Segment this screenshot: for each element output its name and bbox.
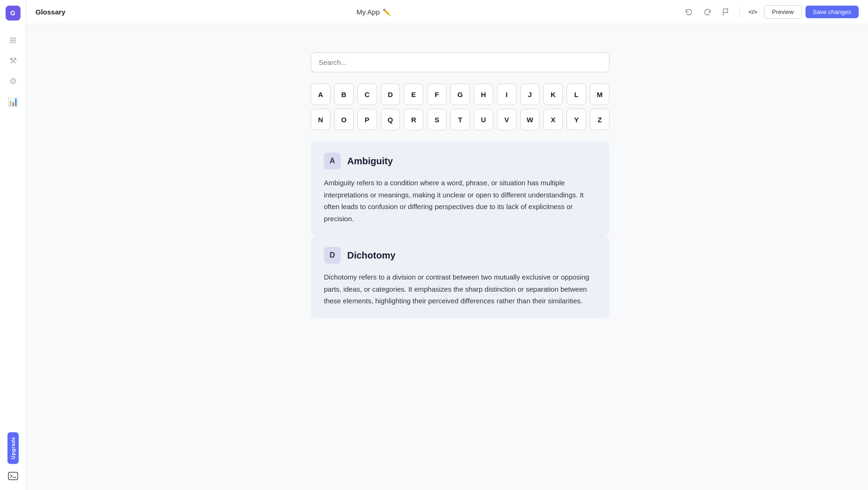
entry-header: D Dichotomy [324,247,596,264]
glossary-entries: A Ambiguity Ambiguity refers to a condit… [311,141,609,318]
alpha-btn-a[interactable]: A [311,84,330,105]
app-name: My App [357,8,380,16]
alpha-btn-g[interactable]: G [450,84,470,105]
upgrade-button[interactable]: Upgrade [7,432,19,464]
content-wrapper: ABCDEFGHIJKLM NOPQRSTUVWXYZ A Ambiguity … [311,52,609,318]
entry-letter: D [324,247,341,264]
alpha-btn-m[interactable]: M [590,84,609,105]
glossary-entry-d: D Dichotomy Dichotomy refers to a divisi… [311,236,609,318]
alpha-btn-x[interactable]: X [543,109,563,130]
alpha-btn-l[interactable]: L [567,84,586,105]
sidebar-bottom: Upgrade [5,432,21,484]
alpha-btn-y[interactable]: Y [567,109,586,130]
alpha-btn-z[interactable]: Z [590,109,609,130]
settings-icon: ⚙ [9,76,17,86]
page-title: Glossary [35,8,65,16]
sidebar-item-grid[interactable]: ⊞ [5,32,21,49]
edit-app-name-icon[interactable]: ✏️ [383,8,391,16]
sidebar-logo[interactable]: G [6,6,21,21]
entry-definition: Dichotomy refers to a division or contra… [324,271,596,307]
alpha-btn-o[interactable]: O [334,109,354,130]
alphabet-row-1: ABCDEFGHIJKLM [311,84,609,105]
flag-icon [722,8,730,16]
alpha-btn-k[interactable]: K [543,84,563,105]
preview-button[interactable]: Preview [764,5,801,19]
topbar: Glossary My App ✏️ </> Preview Sav [26,0,868,24]
glossary-entry-a: A Ambiguity Ambiguity refers to a condit… [311,141,609,236]
sidebar-item-settings[interactable]: ⚙ [5,73,21,90]
alpha-btn-f[interactable]: F [427,84,447,105]
alpha-btn-n[interactable]: N [311,109,330,130]
alphabet-row-2: NOPQRSTUVWXYZ [311,109,609,130]
topbar-right: </> Preview Save changes [681,5,859,20]
sidebar-item-chart[interactable]: 📊 [5,93,21,110]
terminal-button[interactable] [5,468,21,484]
alpha-btn-q[interactable]: Q [381,109,400,130]
entry-header: A Ambiguity [324,153,596,169]
entry-term: Dichotomy [347,250,395,261]
sidebar-item-tools[interactable]: ⚒ [5,52,21,69]
tools-icon: ⚒ [9,56,17,66]
terminal-icon [8,472,18,480]
alpha-btn-i[interactable]: I [497,84,517,105]
redo-icon [703,8,712,16]
alpha-btn-e[interactable]: E [404,84,423,105]
undo-button[interactable] [681,5,696,20]
chart-icon: 📊 [8,97,18,107]
alpha-btn-v[interactable]: V [497,109,517,130]
alpha-btn-b[interactable]: B [334,84,354,105]
alpha-btn-h[interactable]: H [474,84,493,105]
code-icon: </> [749,8,757,15]
topbar-divider [739,7,740,18]
main-content: ABCDEFGHIJKLM NOPQRSTUVWXYZ A Ambiguity … [52,24,868,490]
alpha-btn-s[interactable]: S [427,109,447,130]
entry-definition: Ambiguity refers to a condition where a … [324,177,596,224]
redo-button[interactable] [700,5,715,20]
save-changes-button[interactable]: Save changes [805,6,859,18]
alpha-btn-c[interactable]: C [357,84,377,105]
alpha-btn-u[interactable]: U [474,109,493,130]
undo-icon [685,8,693,16]
entry-term: Ambiguity [347,156,393,167]
svg-rect-0 [8,472,18,480]
alpha-btn-d[interactable]: D [381,84,400,105]
entry-letter: A [324,153,341,169]
grid-icon: ⊞ [9,35,16,45]
alpha-btn-r[interactable]: R [404,109,423,130]
alpha-btn-t[interactable]: T [450,109,470,130]
topbar-left: Glossary [35,8,65,16]
code-button[interactable]: </> [745,5,760,20]
search-input[interactable] [311,52,609,72]
alphabet-grid: ABCDEFGHIJKLM NOPQRSTUVWXYZ [311,84,609,130]
flag-button[interactable] [719,5,734,20]
sidebar: G ⊞ ⚒ ⚙ 📊 Upgrade [0,0,26,490]
alpha-btn-w[interactable]: W [520,109,540,130]
topbar-center: My App ✏️ [65,8,681,16]
alpha-btn-j[interactable]: J [520,84,540,105]
alpha-btn-p[interactable]: P [357,109,377,130]
